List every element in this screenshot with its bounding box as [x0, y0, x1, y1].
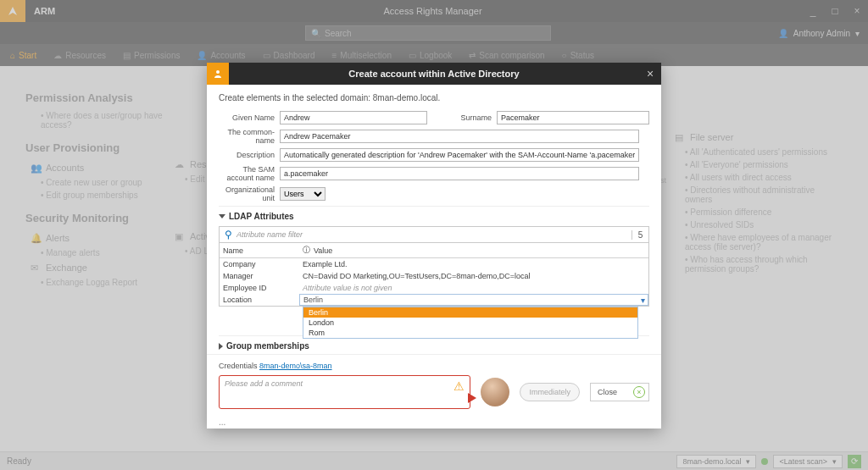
compare-icon: ⇄ — [469, 51, 476, 60]
fs-item[interactable]: All 'Everyone' permissions — [670, 158, 839, 171]
fs-item[interactable]: Unresolved SIDs — [670, 218, 839, 231]
location-option-rom[interactable]: Rom — [303, 328, 637, 338]
tab-dashboard[interactable]: ▭Dashboard — [263, 51, 315, 60]
cn-label: The common-name — [219, 128, 280, 145]
tab-start[interactable]: ⌂Start — [10, 51, 36, 60]
tab-resources[interactable]: ☁Resources — [53, 51, 106, 60]
location-option-london[interactable]: London — [303, 318, 637, 328]
ou-select[interactable]: Users — [280, 187, 326, 201]
comment-input[interactable]: Please add a comment ⚠ — [219, 375, 470, 409]
location-option-berlin[interactable]: Berlin — [303, 307, 637, 318]
exchange-link[interactable]: ✉Exchange — [25, 259, 170, 276]
sync-button[interactable]: ⟳ — [848, 455, 861, 468]
ad-icon: ▣ — [175, 231, 185, 241]
create-account-modal: Create account within Active Directory ×… — [207, 63, 661, 429]
minimize-button[interactable]: _ — [802, 5, 824, 17]
ou-label: Organizational unit — [219, 185, 280, 202]
tab-multiselection[interactable]: ≡Multiselection — [332, 51, 392, 60]
attr-row-location[interactable]: Location Berlin ▾ — [220, 294, 648, 306]
fs-item[interactable]: Permission difference — [670, 206, 839, 218]
brand-name: ARM — [25, 6, 64, 16]
domain-selector[interactable]: 8man-demo.local▾ — [676, 455, 756, 468]
search-icon: 🔍 — [311, 29, 321, 38]
edit-groups-link[interactable]: Edit group memberships — [25, 189, 170, 202]
alerts-link[interactable]: 🔔Alerts — [25, 229, 170, 246]
global-search[interactable]: 🔍 Search — [305, 25, 551, 41]
users-icon: 👥 — [31, 163, 41, 173]
accounts-link[interactable]: 👥Accounts — [25, 159, 170, 176]
description-input[interactable] — [280, 148, 639, 162]
tab-permissions[interactable]: ▤Permissions — [123, 51, 180, 60]
avatar — [481, 378, 509, 406]
tab-logbook[interactable]: ▭Logbook — [409, 51, 452, 60]
user-icon — [207, 63, 229, 85]
bell-icon: 🔔 — [31, 233, 41, 243]
warning-icon: ⚠ — [453, 379, 465, 393]
search-placeholder: Search — [325, 29, 352, 38]
close-button[interactable]: Close× — [590, 383, 649, 401]
maximize-button[interactable]: □ — [824, 5, 846, 17]
chevron-down-icon[interactable]: ▾ — [855, 29, 860, 38]
surname-label: Surname — [458, 113, 497, 122]
fs-item[interactable]: All users with direct access — [670, 171, 839, 184]
current-user[interactable]: Anthony Admin — [793, 29, 850, 38]
fs-item[interactable]: Directories without administrative owner… — [670, 184, 839, 206]
book-icon: ▭ — [409, 51, 416, 60]
scan-selector[interactable]: <Latest scan>▾ — [773, 455, 843, 468]
close-window-button[interactable]: × — [846, 5, 868, 17]
more-indicator: ... — [207, 416, 661, 429]
home-icon: ⌂ — [10, 51, 15, 60]
user-icon: 👤 — [197, 51, 207, 60]
status-text: Ready — [7, 456, 31, 466]
domain-description: Create elements in the selected domain: … — [219, 93, 649, 102]
cloud-icon: ☁ — [175, 159, 185, 169]
surname-input[interactable] — [497, 111, 649, 124]
status-indicator-icon — [761, 458, 768, 465]
exchange-report-link[interactable]: Exchange Logga Report — [25, 276, 170, 289]
col-name[interactable]: Name — [220, 246, 299, 255]
col-value[interactable]: ⓘValue — [299, 245, 648, 256]
server-icon: ▤ — [675, 132, 685, 142]
cn-input[interactable] — [280, 130, 639, 143]
modal-close-button[interactable]: × — [639, 67, 661, 80]
info-icon: ⓘ — [303, 245, 310, 256]
manage-alerts-link[interactable]: Manage alerts — [25, 246, 170, 259]
credentials-link[interactable]: 8man-demo\sa-8man — [259, 362, 332, 370]
fs-item[interactable]: Where have employees of a manager access… — [670, 231, 839, 253]
user-icon: 👤 — [778, 29, 788, 38]
ldap-attributes-expander[interactable]: LDAP Attributes — [219, 206, 649, 226]
tab-scancomparison[interactable]: ⇄Scan comparison — [469, 51, 544, 60]
create-user-link[interactable]: Create new user or group — [25, 176, 170, 189]
list-icon: ≡ — [332, 51, 337, 60]
schedule-button[interactable]: Immediately — [520, 383, 580, 401]
given-name-input[interactable] — [280, 111, 427, 124]
given-name-label: Given Name — [219, 113, 280, 122]
attr-row-manager[interactable]: ManagerCN=David DO Marketing,OU=TestUser… — [220, 270, 648, 282]
utility-bar: 🔍 Search 👤 Anthony Admin ▾ — [0, 22, 868, 44]
tab-status[interactable]: ○Status — [562, 51, 594, 60]
filter-icon[interactable]: ⚲ — [220, 227, 236, 242]
location-select[interactable]: Berlin ▾ — [299, 294, 648, 306]
exchange-icon: ✉ — [31, 263, 41, 273]
chevron-down-icon[interactable]: ▾ — [641, 296, 645, 305]
description-label: Description — [219, 151, 280, 159]
attr-row-employeeid[interactable]: Employee IDAttribute value is not given — [220, 282, 648, 294]
filter-count: 5 — [632, 230, 648, 240]
permission-question[interactable]: Where does a user/group have access? — [25, 109, 170, 131]
window-title: Access Rights Manager — [64, 6, 802, 16]
sam-input[interactable] — [280, 167, 639, 180]
fs-item[interactable]: Who has access through which permission … — [670, 253, 839, 275]
security-monitoring-heading: Security Monitoring — [25, 212, 170, 224]
info-icon: ○ — [562, 51, 567, 60]
title-bar: ARM Access Rights Manager _ □ × — [0, 0, 868, 22]
attr-row-company[interactable]: CompanyExample Ltd. — [220, 258, 648, 270]
filter-placeholder[interactable]: Attribute name filter — [236, 230, 632, 239]
user-provisioning-heading: User Provisioning — [25, 141, 170, 154]
shield-icon: ▤ — [123, 51, 131, 60]
tab-accounts[interactable]: 👤Accounts — [197, 51, 245, 60]
svg-point-0 — [216, 70, 220, 74]
fs-item[interactable]: All 'Authenticated users' permissions — [670, 146, 839, 158]
file-server-section[interactable]: ▤File server — [670, 129, 839, 146]
credentials-label: Credentials — [219, 362, 259, 370]
chart-icon: ▭ — [263, 51, 270, 60]
